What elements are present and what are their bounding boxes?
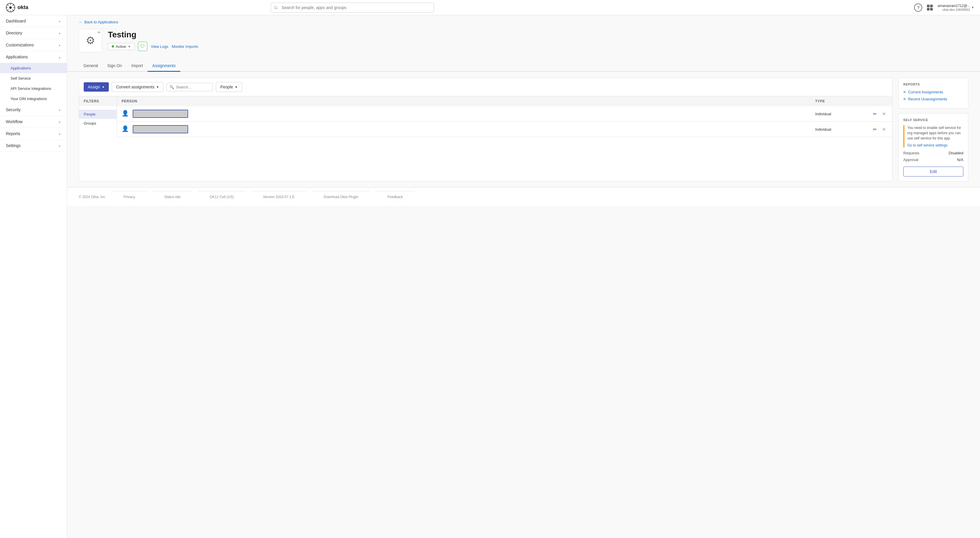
back-arrow-icon: ← [79,20,83,24]
status-label: Active [116,45,126,49]
search-icon: 🔍 [169,85,174,89]
sidebar-label-security: Security [6,107,21,112]
back-link-label: Back to Applications [84,20,118,24]
app-title-section: Testing Active ▼ 🛡 View Logs Monitor Imp… [108,30,198,51]
tab-assignments[interactable]: Assignments [148,60,180,72]
shield-button[interactable]: 🛡 [138,42,147,51]
row-actions-2: ✏ ✕ [869,126,892,133]
type-cell-2: Individual [811,127,869,132]
requests-label: Requests [903,151,920,155]
type-header: Type [811,96,869,106]
footer-privacy[interactable]: Privacy [112,191,147,202]
svg-line-8 [8,10,8,10]
reports-card: REPORTS ≡ Current Assignments ≡ Recent U… [898,78,968,108]
sidebar-item-dashboard[interactable]: Dashboard [0,15,67,27]
chevron-down-icon [58,31,61,35]
reports-title: REPORTS [903,83,963,86]
chevron-down-icon [58,43,61,47]
assignments-table: Filters Person Type [79,96,892,137]
delete-assignment-button-2[interactable]: ✕ [881,126,887,133]
help-icon[interactable]: ? [914,3,922,12]
user-menu[interactable]: amanasrani1712@... okta-dev-10049931 ▼ [937,4,974,11]
assignments-toolbar: Assign ▼ Convert assignments ▼ 🔍 People … [79,78,892,96]
person-header: Person [117,96,811,106]
back-link[interactable]: ← Back to Applications [67,15,980,27]
assign-button[interactable]: Assign ▼ [84,82,109,92]
filter-groups[interactable]: Groups [79,119,117,128]
app-header: ⚙ ✏ Testing Active ▼ 🛡 View Logs Monitor… [67,27,980,52]
recent-unassignments-link[interactable]: ≡ Recent Unassignments [903,97,963,101]
edit-assignment-button-1[interactable]: ✏ [872,110,878,118]
people-filter-button[interactable]: People ▼ [216,82,242,92]
chevron-down-icon [58,107,61,112]
convert-assignments-button[interactable]: Convert assignments ▼ [112,82,163,92]
table-row: 👤 Individual ✏ ✕ [117,122,892,137]
sidebar-label-workflow: Workflow [6,119,22,124]
filters-header: Filters [79,96,117,106]
person-avatar-icon: 👤 [122,125,130,133]
filter-panel: People Groups [79,106,117,137]
sidebar-item-applications[interactable]: Applications [0,51,67,63]
sidebar-sub-item-api-integrations[interactable]: API Service Integrations [0,83,67,94]
table-row: 👤 Individual ✏ ✕ [117,106,892,122]
app-name: Testing [108,30,198,40]
tab-general[interactable]: General [79,60,103,72]
sidebar-label-dashboard: Dashboard [6,19,26,23]
sidebar-item-reports[interactable]: Reports [0,128,67,140]
chevron-down-icon [58,19,61,23]
status-badge[interactable]: Active ▼ [108,43,134,50]
sidebar-sub-item-oin-integrations[interactable]: Your OIN Integrations [0,94,67,104]
search-bar[interactable] [270,3,434,13]
footer-status[interactable]: Status site [153,191,192,202]
svg-line-6 [13,10,13,10]
right-sidebar: REPORTS ≡ Current Assignments ≡ Recent U… [898,78,968,181]
nav-right: ? amanasrani1712@... okta-dev-10049931 ▼ [914,3,974,12]
sidebar-item-directory[interactable]: Directory [0,27,67,39]
okta-logo-icon [6,3,15,12]
footer-download-plugin[interactable]: Download Okta Plugin [312,191,370,202]
footer-cell[interactable]: OK12 Cell (US) [198,191,246,202]
app-icon-container: ⚙ ✏ [79,29,102,52]
self-service-card: SELF SERVICE You need to enable self ser… [898,113,968,181]
sidebar-sub-item-self-service[interactable]: Self Service [0,73,67,83]
monitor-imports-link[interactable]: Monitor Imports [172,45,198,49]
edit-self-service-button[interactable]: Edit [903,167,963,177]
search-assignments-input[interactable] [176,85,205,89]
footer-feedback[interactable]: Feedback [375,191,414,202]
search-input[interactable] [270,3,434,13]
person-avatar-icon: 👤 [122,110,130,118]
logo-text: okta [18,5,28,11]
self-service-settings-link[interactable]: Go to self service settings [907,143,947,147]
current-assignments-link[interactable]: ≡ Current Assignments [903,89,963,94]
filter-people[interactable]: People [79,110,117,119]
sidebar-label-directory: Directory [6,31,22,35]
copyright: © 2024 Okta, Inc. [79,195,106,199]
app-status-row: Active ▼ 🛡 View Logs Monitor Imports [108,42,198,51]
table-body: People Groups 👤 [79,106,892,137]
edit-icon[interactable]: ✏ [98,30,100,34]
logo[interactable]: okta [6,3,28,12]
tab-sign-on[interactable]: Sign On [103,60,127,72]
view-logs-link[interactable]: View Logs [151,45,168,49]
report-icon: ≡ [903,89,905,94]
convert-chevron-icon: ▼ [156,86,159,89]
shield-icon: 🛡 [140,44,145,49]
edit-assignment-button-2[interactable]: ✏ [872,126,878,133]
delete-assignment-button-1[interactable]: ✕ [881,110,887,118]
sidebar-item-workflow[interactable]: Workflow [0,116,67,128]
tab-import[interactable]: Import [127,60,148,72]
sidebar-item-security[interactable]: Security [0,104,67,116]
search-assignments[interactable]: 🔍 [166,83,213,91]
main-content: ← Back to Applications ⚙ ✏ Testing Activ… [67,15,980,538]
assignments-area: Assign ▼ Convert assignments ▼ 🔍 People … [67,72,980,187]
chevron-down-icon [58,143,61,148]
sidebar-sub-item-applications[interactable]: Applications [0,63,67,73]
people-chevron-icon: ▼ [235,86,238,89]
grid-icon[interactable] [927,5,933,11]
user-menu-chevron: ▼ [971,6,974,9]
status-active-dot [112,45,114,48]
chevron-down-icon [58,131,61,136]
sidebar-item-settings[interactable]: Settings [0,140,67,152]
sidebar-item-customizations[interactable]: Customizations [0,39,67,51]
chevron-down-icon [58,119,61,124]
